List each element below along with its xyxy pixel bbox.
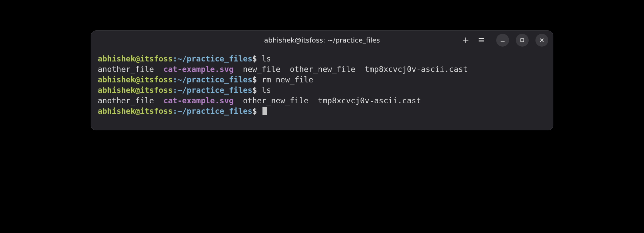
- prompt-sep: :: [173, 107, 178, 115]
- command-ls-2: ls: [262, 86, 271, 95]
- prompt-sep: :: [173, 54, 178, 63]
- prompt-line-1: abhishek@itsfoss:~/practice_files$ ls: [98, 54, 546, 64]
- prompt-dollar: $: [252, 75, 257, 84]
- output-line-2: another_file cat-example.svg other_new_f…: [98, 96, 546, 106]
- file-item: other_new_file: [290, 65, 355, 74]
- hamburger-icon: [478, 37, 485, 44]
- prompt-line-3: abhishek@itsfoss:~/practice_files$ ls: [98, 85, 546, 96]
- prompt-userhost: abhishek@itsfoss: [98, 75, 173, 84]
- prompt-line-2: abhishek@itsfoss:~/practice_files$ rm ne…: [98, 75, 546, 85]
- prompt-userhost: abhishek@itsfoss: [98, 86, 173, 95]
- terminal-body[interactable]: abhishek@itsfoss:~/practice_files$ lsano…: [91, 50, 553, 130]
- prompt-path: ~/practice_files: [177, 54, 252, 63]
- command-rm: rm new_file: [262, 75, 313, 84]
- file-item: cat-example.svg: [163, 96, 234, 105]
- file-item: another_file: [98, 65, 154, 74]
- close-icon: [539, 37, 545, 43]
- file-item: another_file: [98, 96, 154, 105]
- maximize-icon: [520, 37, 525, 43]
- window-title: abhishek@itsfoss: ~/practice_files: [264, 36, 380, 44]
- prompt-path: ~/practice_files: [177, 107, 252, 115]
- command-ls-1: ls: [262, 54, 271, 63]
- titlebar-left-icons: [462, 37, 485, 44]
- prompt-sep: :: [173, 86, 178, 95]
- prompt-dollar: $: [252, 54, 257, 63]
- menu-button[interactable]: [478, 37, 485, 44]
- close-button[interactable]: [535, 34, 548, 47]
- svg-rect-0: [521, 39, 524, 42]
- prompt-sep: :: [173, 75, 178, 84]
- titlebar-controls: [462, 34, 548, 47]
- terminal-window: abhishek@itsfoss: ~/practice_files: [91, 30, 553, 130]
- prompt-dollar: $: [252, 86, 257, 95]
- titlebar[interactable]: abhishek@itsfoss: ~/practice_files: [91, 31, 553, 50]
- new-tab-button[interactable]: [462, 37, 469, 44]
- minimize-button[interactable]: [496, 34, 509, 47]
- prompt-dollar: $: [252, 107, 257, 115]
- output-line-1: another_file cat-example.svg new_file ot…: [98, 64, 546, 75]
- prompt-userhost: abhishek@itsfoss: [98, 107, 173, 115]
- maximize-button[interactable]: [516, 34, 529, 47]
- file-item: tmp8xcvcj0v-ascii.cast: [318, 96, 421, 105]
- prompt-userhost: abhishek@itsfoss: [98, 54, 173, 63]
- file-item: new_file: [243, 65, 280, 74]
- file-item: other_new_file: [243, 96, 308, 105]
- prompt-path: ~/practice_files: [177, 75, 252, 84]
- file-item: tmp8xcvcj0v-ascii.cast: [365, 65, 468, 74]
- cursor: [262, 107, 267, 115]
- prompt-line-4: abhishek@itsfoss:~/practice_files$: [98, 106, 546, 116]
- minimize-icon: [500, 37, 505, 43]
- file-item: cat-example.svg: [163, 65, 234, 74]
- prompt-path: ~/practice_files: [177, 86, 252, 95]
- plus-icon: [462, 37, 469, 44]
